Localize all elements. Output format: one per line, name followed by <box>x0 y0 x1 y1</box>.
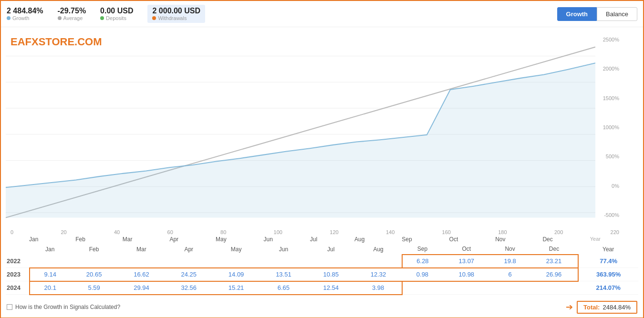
svg-marker-8 <box>6 63 595 217</box>
balance-button[interactable]: Balance <box>597 7 637 21</box>
checkbox-growth[interactable] <box>7 304 12 310</box>
y-label-2000: 2000% <box>594 66 619 72</box>
stat-average: -29.75% Average <box>58 7 86 21</box>
y-label-500: 500% <box>594 154 619 159</box>
header-stats-bar: 2 484.84% Growth -29.75% Average 0.00 US… <box>1 1 643 27</box>
cell-2023-mar: 16.62 <box>118 268 165 281</box>
y-label-1000: 1000% <box>594 124 619 130</box>
col-feb: Feb <box>70 244 117 255</box>
col-may: May <box>212 244 260 255</box>
y-label-2500: 2500% <box>594 37 619 42</box>
cell-2024-feb: 5.59 <box>70 281 117 295</box>
total-box: Total: 2484.84% <box>577 301 637 314</box>
cell-2023-aug: 12.32 <box>354 268 402 281</box>
col-sep: Sep <box>402 244 443 255</box>
cell-2023-sep: 0.98 <box>402 268 443 281</box>
table-row-2022: 2022 6.28 13.07 19.8 23.21 77.4% <box>6 255 638 268</box>
footer-link-text: How is the Growth in Signals Calculated? <box>15 304 120 310</box>
cell-2023-nov: 6 <box>490 268 530 281</box>
cell-2024-aug: 3.98 <box>354 281 402 295</box>
cell-2024-jul: 12.54 <box>307 281 354 295</box>
col-mar: Mar <box>118 244 165 255</box>
growth-label: Growth <box>7 15 29 21</box>
cell-2024-jun: 6.65 <box>260 281 307 295</box>
cell-2022-year: 77.4% <box>578 255 638 268</box>
cell-2023-oct: 10.98 <box>443 268 490 281</box>
cell-2022-jul <box>307 255 354 268</box>
cell-2024-year: 214.07% <box>578 281 638 295</box>
stat-deposits: 0.00 USD Deposits <box>100 7 133 21</box>
stat-withdrawals: 2 000.00 USD Withdrawals <box>147 5 205 23</box>
x-axis-numbers: 0 20 40 60 80 100 120 140 160 180 200 22… <box>1 227 643 235</box>
growth-value: 2 484.84% <box>7 7 43 15</box>
growth-button[interactable]: Growth <box>557 7 597 21</box>
table-row-2023: 2023 9.14 20.65 16.62 24.25 14.09 13.51 … <box>6 268 638 281</box>
average-value: -29.75% <box>58 7 86 15</box>
cell-2024-oct <box>443 281 490 295</box>
table-row-2024: 2024 20.1 5.59 29.94 32.56 15.21 6.65 12… <box>6 281 638 295</box>
cell-2024-sep <box>402 281 443 295</box>
cell-2024-mar: 29.94 <box>118 281 165 295</box>
deposits-value: 0.00 USD <box>100 7 133 15</box>
cell-2022-feb <box>70 255 117 268</box>
col-total: Year <box>578 244 638 255</box>
y-label-neg500: -500% <box>594 212 619 218</box>
cell-2024-dec <box>530 281 579 295</box>
cell-2022-apr <box>165 255 212 268</box>
cell-2022-jan <box>30 255 70 268</box>
cell-2023-year: 363.95% <box>578 268 638 281</box>
average-dot <box>58 16 62 20</box>
footer-link[interactable]: How is the Growth in Signals Calculated? <box>7 304 120 310</box>
footer-row: How is the Growth in Signals Calculated?… <box>1 297 643 318</box>
total-value: 2484.84% <box>602 304 631 311</box>
average-label: Average <box>58 15 83 21</box>
cell-2023-feb: 20.65 <box>70 268 117 281</box>
cell-2024-may: 15.21 <box>212 281 260 295</box>
cell-2023-jun: 13.51 <box>260 268 307 281</box>
cell-2022-mar <box>118 255 165 268</box>
cell-2023-dec: 26.96 <box>530 268 579 281</box>
total-label: Total: <box>583 304 600 311</box>
cell-2022-aug <box>354 255 402 268</box>
arrow-right-icon: ➔ <box>566 302 573 312</box>
col-apr: Apr <box>165 244 212 255</box>
cell-2022-may <box>212 255 260 268</box>
col-aug: Aug <box>354 244 402 255</box>
year-2023: 2023 <box>6 268 30 281</box>
col-jul: Jul <box>307 244 354 255</box>
cell-2024-nov <box>490 281 530 295</box>
data-table: Jan Feb Mar Apr May Jun Jul Aug Sep Oct … <box>6 244 638 295</box>
cell-2022-oct: 13.07 <box>443 255 490 268</box>
year-2024: 2024 <box>6 281 30 295</box>
withdrawals-label: Withdrawals <box>152 15 187 21</box>
view-toggle: Growth Balance <box>557 7 637 21</box>
chart-area: EAFXSTORE.COM 2500% 2000% 1500% 1000% 50… <box>1 27 643 227</box>
cell-2022-dec: 23.21 <box>530 255 579 268</box>
cell-2024-apr: 32.56 <box>165 281 212 295</box>
cell-2023-jul: 10.85 <box>307 268 354 281</box>
cell-2023-may: 14.09 <box>212 268 260 281</box>
col-dec: Dec <box>530 244 579 255</box>
col-oct: Oct <box>443 244 490 255</box>
y-label-1500: 1500% <box>594 95 619 101</box>
deposits-dot <box>100 16 104 20</box>
brand-label: EAFXSTORE.COM <box>10 36 102 48</box>
cell-2022-sep: 6.28 <box>402 255 443 268</box>
year-2022: 2022 <box>6 255 30 268</box>
cell-2022-jun <box>260 255 307 268</box>
col-nov: Nov <box>490 244 530 255</box>
y-label-0: 0% <box>594 183 619 189</box>
cell-2023-apr: 24.25 <box>165 268 212 281</box>
deposits-label: Deposits <box>100 15 126 21</box>
stat-growth: 2 484.84% Growth <box>7 7 43 21</box>
cell-2024-jan: 20.1 <box>30 281 70 295</box>
withdrawals-dot <box>152 16 156 20</box>
data-table-section: Jan Feb Mar Apr May Jun Jul Aug Sep Oct … <box>1 244 643 295</box>
growth-chart <box>6 32 595 223</box>
col-jun: Jun <box>260 244 307 255</box>
cell-2023-jan: 9.14 <box>30 268 70 281</box>
col-jan: Jan <box>30 244 70 255</box>
col-year <box>6 244 30 255</box>
table-header-row: Jan Feb Mar Apr May Jun Jul Aug Sep Oct … <box>6 244 638 255</box>
cell-2022-nov: 19.8 <box>490 255 530 268</box>
